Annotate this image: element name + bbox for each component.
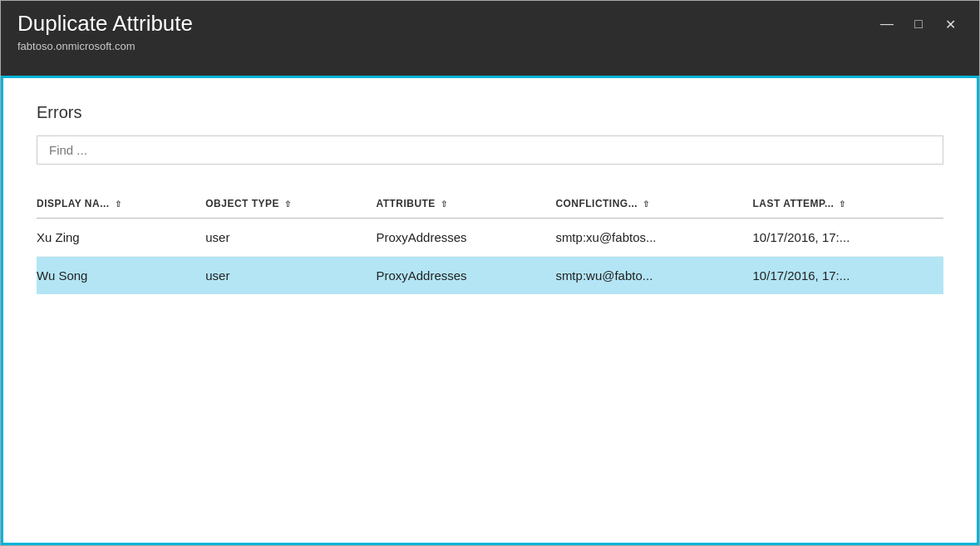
col-conflicting-sort-icon: ⇧	[643, 199, 649, 209]
title-bar-left: Duplicate Attribute fabtoso.onmicrosoft.…	[17, 11, 193, 52]
app-window: Duplicate Attribute fabtoso.onmicrosoft.…	[0, 0, 980, 546]
col-object-type[interactable]: OBJECT TYPE ⇧	[205, 189, 376, 219]
minimize-button[interactable]: —	[874, 14, 899, 34]
col-object-type-sort-icon: ⇧	[284, 199, 291, 209]
col-display-name[interactable]: DISPLAY NA... ⇧	[37, 189, 205, 219]
maximize-icon: □	[914, 17, 923, 32]
col-last-attempt[interactable]: LAST ATTEMP... ⇧	[753, 189, 943, 219]
cell-attribute: ProxyAddresses	[376, 219, 555, 257]
window-controls: — □ ✕	[874, 11, 963, 34]
col-conflicting[interactable]: CONFLICTING... ⇧	[555, 189, 752, 219]
col-object-type-label: OBJECT TYPE	[205, 198, 279, 209]
col-conflicting-label: CONFLICTING...	[555, 198, 638, 209]
cell-object-type: user	[205, 219, 376, 257]
table-row[interactable]: Xu ZinguserProxyAddressessmtp:xu@fabtos.…	[37, 219, 943, 257]
col-display-name-label: DISPLAY NA...	[37, 198, 110, 209]
cell-last-attempt: 10/17/2016, 17:...	[753, 257, 943, 295]
window-subtitle: fabtoso.onmicrosoft.com	[17, 40, 193, 52]
window-title: Duplicate Attribute	[17, 11, 193, 37]
content-area: Errors DISPLAY NA... ⇧ OBJECT TYPE ⇧	[1, 76, 979, 545]
cell-conflicting: smtp:wu@fabto...	[555, 257, 752, 295]
col-attribute-sort-icon: ⇧	[441, 199, 447, 209]
col-last-attempt-label: LAST ATTEMP...	[753, 198, 835, 209]
cell-object-type: user	[205, 257, 376, 295]
cell-display-name: Wu Song	[37, 257, 205, 295]
cell-conflicting: smtp:xu@fabtos...	[555, 219, 752, 257]
close-button[interactable]: ✕	[938, 14, 963, 34]
col-display-name-sort-icon: ⇧	[115, 199, 121, 209]
table-body: Xu ZinguserProxyAddressessmtp:xu@fabtos.…	[37, 219, 943, 295]
section-title: Errors	[37, 103, 943, 122]
table-header: DISPLAY NA... ⇧ OBJECT TYPE ⇧ ATTRIBUTE	[37, 189, 943, 219]
cell-last-attempt: 10/17/2016, 17:...	[753, 219, 943, 257]
minimize-icon: —	[880, 17, 894, 32]
errors-table: DISPLAY NA... ⇧ OBJECT TYPE ⇧ ATTRIBUTE	[37, 189, 943, 294]
col-attribute[interactable]: ATTRIBUTE ⇧	[376, 189, 555, 219]
cell-display-name: Xu Zing	[37, 219, 205, 257]
title-bar: Duplicate Attribute fabtoso.onmicrosoft.…	[1, 1, 979, 76]
search-input[interactable]	[37, 135, 943, 165]
col-last-attempt-sort-icon: ⇧	[839, 199, 845, 209]
cell-attribute: ProxyAddresses	[376, 257, 555, 295]
maximize-button[interactable]: □	[906, 14, 931, 34]
col-attribute-label: ATTRIBUTE	[376, 198, 435, 209]
close-icon: ✕	[945, 17, 956, 32]
table-row[interactable]: Wu SonguserProxyAddressessmtp:wu@fabto..…	[37, 257, 943, 295]
